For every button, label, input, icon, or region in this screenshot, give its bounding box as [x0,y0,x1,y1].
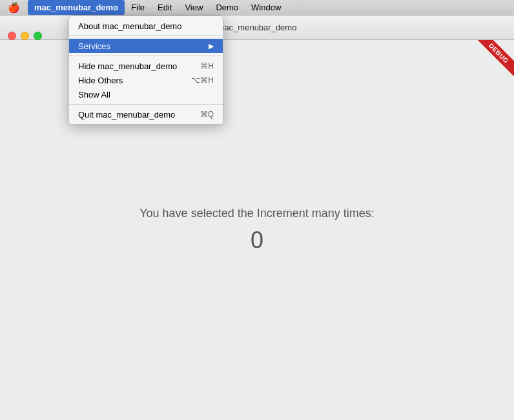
menu-item-about[interactable]: About mac_menubar_demo [69,19,223,33]
demo-menu[interactable]: Demo [209,0,245,15]
content-counter: 0 [251,227,263,254]
edit-menu-label: Edit [158,3,172,12]
app-menu-label: mac_menubar_demo [34,3,118,12]
menu-divider-2 [69,56,223,56]
menu-item-quit-label: Quit mac_menubar_demo [78,110,200,120]
menu-item-hide-others[interactable]: Hide Others ⌥⌘H [69,73,223,87]
window-menu-label: Window [251,3,281,12]
menu-item-services[interactable]: Services ▶ [69,39,223,53]
menu-divider-1 [69,36,223,36]
services-arrow-icon: ▶ [209,42,214,50]
edit-menu[interactable]: Edit [151,0,178,15]
app-dropdown-menu: About mac_menubar_demo Services ▶ Hide m… [68,16,223,125]
app-menu[interactable]: mac_menubar_demo [28,0,125,15]
menu-item-services-label: Services [78,41,209,51]
content-message: You have selected the Increment many tim… [139,207,375,220]
view-menu-label: View [185,3,203,12]
menu-item-hide-others-shortcut: ⌥⌘H [191,76,214,85]
demo-menu-label: Demo [216,3,238,12]
file-menu[interactable]: File [125,0,151,15]
close-button[interactable] [8,32,16,40]
menu-item-hide-others-label: Hide Others [78,76,191,85]
maximize-button[interactable] [34,32,42,40]
apple-menu[interactable]: 🍎 [0,0,28,15]
menubar: 🍎 mac_menubar_demo File Edit View Demo W… [0,0,514,16]
minimize-button[interactable] [21,32,29,40]
debug-label: DEBUG [476,40,514,76]
debug-badge: DEBUG [469,40,514,85]
window-title: mac_menubar_demo [218,23,297,32]
menu-item-hide-label: Hide mac_menubar_demo [78,61,200,71]
file-menu-label: File [131,3,145,12]
menu-item-hide-shortcut: ⌘H [200,61,214,70]
menu-item-hide[interactable]: Hide mac_menubar_demo ⌘H [69,59,223,73]
menu-item-show-all-label: Show All [78,90,214,100]
menu-item-about-label: About mac_menubar_demo [78,21,214,31]
window-menu[interactable]: Window [245,0,287,15]
menu-item-quit-shortcut: ⌘Q [200,110,214,119]
menu-item-quit[interactable]: Quit mac_menubar_demo ⌘Q [69,107,223,121]
window-controls [8,32,42,40]
menu-divider-3 [69,104,223,105]
view-menu[interactable]: View [178,0,209,15]
menu-item-show-all[interactable]: Show All [69,87,223,101]
